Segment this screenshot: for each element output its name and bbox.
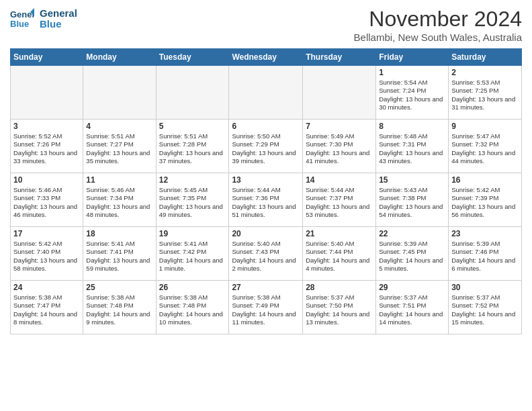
day-info: Sunrise: 5:38 AM Sunset: 7:49 PM Dayligh… bbox=[232, 293, 300, 326]
calendar-cell: 17Sunrise: 5:42 AM Sunset: 7:40 PM Dayli… bbox=[11, 227, 83, 281]
calendar-cell: 8Sunrise: 5:48 AM Sunset: 7:31 PM Daylig… bbox=[376, 120, 449, 173]
day-number: 12 bbox=[159, 175, 226, 185]
location: Bellambi, New South Wales, Australia bbox=[354, 32, 522, 43]
calendar-cell bbox=[83, 66, 156, 120]
page-container: General Blue General Blue November 2024 … bbox=[0, 0, 532, 341]
calendar-cell: 22Sunrise: 5:39 AM Sunset: 7:45 PM Dayli… bbox=[376, 227, 449, 281]
day-info: Sunrise: 5:38 AM Sunset: 7:47 PM Dayligh… bbox=[13, 293, 80, 326]
calendar-week-row: 3Sunrise: 5:52 AM Sunset: 7:26 PM Daylig… bbox=[11, 120, 522, 173]
calendar-cell: 10Sunrise: 5:46 AM Sunset: 7:33 PM Dayli… bbox=[11, 173, 83, 227]
day-info: Sunrise: 5:46 AM Sunset: 7:33 PM Dayligh… bbox=[13, 186, 80, 219]
day-number: 19 bbox=[159, 229, 226, 238]
day-info: Sunrise: 5:45 AM Sunset: 7:35 PM Dayligh… bbox=[159, 186, 226, 219]
logo-general: General bbox=[40, 8, 77, 19]
day-info: Sunrise: 5:54 AM Sunset: 7:24 PM Dayligh… bbox=[379, 79, 445, 111]
day-info: Sunrise: 5:37 AM Sunset: 7:52 PM Dayligh… bbox=[451, 293, 519, 326]
day-number: 13 bbox=[232, 175, 300, 185]
day-number: 25 bbox=[86, 283, 152, 292]
day-number: 24 bbox=[13, 283, 80, 292]
day-number: 6 bbox=[232, 122, 300, 131]
calendar-cell: 4Sunrise: 5:51 AM Sunset: 7:27 PM Daylig… bbox=[83, 120, 156, 173]
day-number: 10 bbox=[13, 175, 80, 185]
day-number: 23 bbox=[451, 229, 519, 238]
day-info: Sunrise: 5:51 AM Sunset: 7:28 PM Dayligh… bbox=[159, 132, 226, 165]
day-number: 3 bbox=[13, 122, 80, 131]
calendar-cell: 13Sunrise: 5:44 AM Sunset: 7:36 PM Dayli… bbox=[229, 173, 303, 227]
calendar-cell bbox=[229, 66, 303, 120]
day-number: 11 bbox=[86, 175, 152, 185]
day-number: 15 bbox=[379, 175, 445, 185]
calendar-table: SundayMondayTuesdayWednesdayThursdayFrid… bbox=[10, 48, 522, 334]
day-info: Sunrise: 5:38 AM Sunset: 7:48 PM Dayligh… bbox=[86, 293, 152, 326]
day-number: 28 bbox=[306, 283, 373, 292]
logo: General Blue General Blue bbox=[10, 7, 77, 31]
page-header: General Blue General Blue November 2024 … bbox=[10, 7, 522, 43]
calendar-cell: 18Sunrise: 5:41 AM Sunset: 7:41 PM Dayli… bbox=[83, 227, 156, 281]
calendar-cell: 3Sunrise: 5:52 AM Sunset: 7:26 PM Daylig… bbox=[11, 120, 83, 173]
calendar-cell: 19Sunrise: 5:41 AM Sunset: 7:42 PM Dayli… bbox=[156, 227, 229, 281]
weekday-header-friday: Friday bbox=[376, 49, 449, 66]
day-info: Sunrise: 5:37 AM Sunset: 7:50 PM Dayligh… bbox=[306, 293, 373, 326]
weekday-header-saturday: Saturday bbox=[449, 49, 522, 66]
calendar-cell bbox=[156, 66, 229, 120]
calendar-cell: 16Sunrise: 5:42 AM Sunset: 7:39 PM Dayli… bbox=[449, 173, 522, 227]
day-number: 26 bbox=[159, 283, 226, 292]
day-number: 4 bbox=[86, 122, 152, 131]
calendar-header-row: SundayMondayTuesdayWednesdayThursdayFrid… bbox=[11, 49, 522, 66]
weekday-header-monday: Monday bbox=[83, 49, 156, 66]
calendar-cell: 11Sunrise: 5:46 AM Sunset: 7:34 PM Dayli… bbox=[83, 173, 156, 227]
calendar-cell: 26Sunrise: 5:38 AM Sunset: 7:48 PM Dayli… bbox=[156, 281, 229, 334]
logo-blue: Blue bbox=[40, 19, 77, 30]
day-number: 21 bbox=[306, 229, 373, 238]
day-number: 16 bbox=[451, 175, 519, 185]
calendar-cell: 5Sunrise: 5:51 AM Sunset: 7:28 PM Daylig… bbox=[156, 120, 229, 173]
day-info: Sunrise: 5:39 AM Sunset: 7:46 PM Dayligh… bbox=[451, 240, 519, 273]
day-info: Sunrise: 5:42 AM Sunset: 7:40 PM Dayligh… bbox=[13, 240, 80, 273]
svg-text:General: General bbox=[10, 9, 34, 19]
day-number: 8 bbox=[379, 122, 445, 131]
day-number: 9 bbox=[451, 122, 519, 131]
weekday-header-thursday: Thursday bbox=[303, 49, 376, 66]
weekday-header-wednesday: Wednesday bbox=[229, 49, 303, 66]
weekday-header-tuesday: Tuesday bbox=[156, 49, 229, 66]
day-number: 7 bbox=[306, 122, 373, 131]
calendar-cell: 12Sunrise: 5:45 AM Sunset: 7:35 PM Dayli… bbox=[156, 173, 229, 227]
day-number: 17 bbox=[13, 229, 80, 238]
calendar-cell bbox=[303, 66, 376, 120]
calendar-week-row: 1Sunrise: 5:54 AM Sunset: 7:24 PM Daylig… bbox=[11, 66, 522, 120]
calendar-cell: 20Sunrise: 5:40 AM Sunset: 7:43 PM Dayli… bbox=[229, 227, 303, 281]
day-info: Sunrise: 5:50 AM Sunset: 7:29 PM Dayligh… bbox=[232, 132, 300, 165]
day-info: Sunrise: 5:38 AM Sunset: 7:48 PM Dayligh… bbox=[159, 293, 226, 326]
day-info: Sunrise: 5:49 AM Sunset: 7:30 PM Dayligh… bbox=[306, 132, 373, 165]
day-info: Sunrise: 5:44 AM Sunset: 7:37 PM Dayligh… bbox=[306, 186, 373, 219]
calendar-cell: 2Sunrise: 5:53 AM Sunset: 7:25 PM Daylig… bbox=[449, 66, 522, 120]
day-number: 27 bbox=[232, 283, 300, 292]
day-info: Sunrise: 5:40 AM Sunset: 7:43 PM Dayligh… bbox=[232, 240, 300, 273]
title-section: November 2024 Bellambi, New South Wales,… bbox=[354, 7, 522, 43]
calendar-week-row: 24Sunrise: 5:38 AM Sunset: 7:47 PM Dayli… bbox=[11, 281, 522, 334]
day-number: 5 bbox=[159, 122, 226, 131]
day-number: 2 bbox=[451, 68, 519, 77]
day-info: Sunrise: 5:44 AM Sunset: 7:36 PM Dayligh… bbox=[232, 186, 300, 219]
day-number: 14 bbox=[306, 175, 373, 185]
svg-text:Blue: Blue bbox=[10, 19, 29, 29]
day-info: Sunrise: 5:48 AM Sunset: 7:31 PM Dayligh… bbox=[379, 132, 445, 165]
day-number: 18 bbox=[86, 229, 152, 238]
day-info: Sunrise: 5:37 AM Sunset: 7:51 PM Dayligh… bbox=[379, 293, 445, 326]
calendar-cell: 28Sunrise: 5:37 AM Sunset: 7:50 PM Dayli… bbox=[303, 281, 376, 334]
day-info: Sunrise: 5:42 AM Sunset: 7:39 PM Dayligh… bbox=[451, 186, 519, 219]
calendar-cell: 14Sunrise: 5:44 AM Sunset: 7:37 PM Dayli… bbox=[303, 173, 376, 227]
calendar-cell: 27Sunrise: 5:38 AM Sunset: 7:49 PM Dayli… bbox=[229, 281, 303, 334]
day-info: Sunrise: 5:40 AM Sunset: 7:44 PM Dayligh… bbox=[306, 240, 373, 273]
logo-icon: General Blue bbox=[10, 7, 34, 31]
calendar-cell: 29Sunrise: 5:37 AM Sunset: 7:51 PM Dayli… bbox=[376, 281, 449, 334]
calendar-week-row: 10Sunrise: 5:46 AM Sunset: 7:33 PM Dayli… bbox=[11, 173, 522, 227]
calendar-cell: 6Sunrise: 5:50 AM Sunset: 7:29 PM Daylig… bbox=[229, 120, 303, 173]
day-number: 22 bbox=[379, 229, 445, 238]
day-info: Sunrise: 5:52 AM Sunset: 7:26 PM Dayligh… bbox=[13, 132, 80, 165]
calendar-cell bbox=[11, 66, 83, 120]
calendar-cell: 7Sunrise: 5:49 AM Sunset: 7:30 PM Daylig… bbox=[303, 120, 376, 173]
day-info: Sunrise: 5:47 AM Sunset: 7:32 PM Dayligh… bbox=[451, 132, 519, 165]
day-info: Sunrise: 5:41 AM Sunset: 7:41 PM Dayligh… bbox=[86, 240, 152, 273]
calendar-cell: 23Sunrise: 5:39 AM Sunset: 7:46 PM Dayli… bbox=[449, 227, 522, 281]
